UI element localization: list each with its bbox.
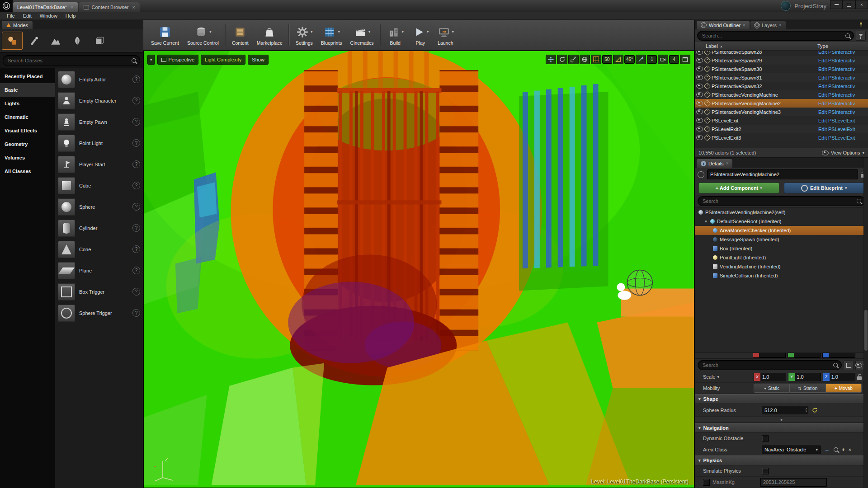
section-header-shape[interactable]: ▾ Shape (695, 394, 868, 404)
spinner-icon[interactable]: ▲▼ (805, 406, 807, 414)
details-splitter-area[interactable] (695, 280, 868, 353)
list-item-cone[interactable]: Cone ? (55, 239, 143, 260)
category-visual-effects[interactable]: Visual Effects (0, 124, 55, 137)
component-row-vendingmachine[interactable]: VendingMachine (Inherited) (695, 262, 868, 271)
cinematics-button[interactable]: ▾ Cinematics (346, 23, 378, 47)
scale-tool-button[interactable] (568, 55, 579, 64)
grid-snap-toggle-button[interactable] (591, 55, 601, 64)
table-row[interactable]: PSLevelExit Edit PSLevelExit (695, 116, 868, 125)
component-row-pointlight[interactable]: PointLight (Inherited) (695, 253, 868, 262)
list-item-sphere-trigger[interactable]: Sphere Trigger ? (55, 302, 143, 324)
blueprints-button[interactable]: ▾ Blueprints (317, 23, 346, 47)
expander-icon[interactable]: ▾ (704, 219, 708, 224)
list-item-plane[interactable]: Plane ? (55, 260, 143, 281)
reset-to-default-button[interactable] (812, 408, 817, 413)
level-viewport[interactable]: ▾ Perspective Light Complexity Show (143, 51, 694, 488)
rotation-snap-toggle-button[interactable] (613, 55, 623, 64)
category-lights[interactable]: Lights (0, 97, 55, 110)
actor-type-link[interactable]: Edit PSInteractiv (818, 66, 868, 72)
scale-z-field[interactable]: Z 1.0 (823, 373, 855, 381)
list-item-empty-character[interactable]: Empty Character ? (55, 90, 143, 111)
dynamic-obstacle-checkbox[interactable] (762, 435, 769, 442)
rotate-tool-button[interactable] (557, 55, 567, 64)
list-item-cube[interactable]: Cube ? (55, 175, 143, 196)
visibility-eye-icon[interactable] (696, 101, 703, 106)
edit-blueprint-button[interactable]: Edit Blueprint ▾ (784, 183, 865, 193)
menu-edit[interactable]: Edit (19, 13, 36, 19)
tab-details[interactable]: Details × (697, 159, 732, 168)
area-class-dropdown[interactable]: NavArea_Obstacle ▾ (762, 446, 821, 454)
use-selected-icon[interactable]: ← (824, 447, 830, 453)
close-icon[interactable]: × (132, 5, 135, 10)
simulate-physics-checkbox[interactable] (762, 468, 769, 474)
visibility-eye-icon[interactable] (696, 84, 703, 89)
sphere-radius-input[interactable]: 512.0 ▲▼ (762, 406, 808, 414)
visibility-eye-icon[interactable] (696, 66, 703, 71)
rotation-snap-value[interactable]: 45° (624, 55, 635, 64)
category-basic[interactable]: Basic (0, 83, 55, 97)
property-matrix-button[interactable] (844, 360, 854, 370)
category-all-classes[interactable]: All Classes (0, 164, 55, 178)
settings-button[interactable]: ▾ Settings (292, 23, 317, 47)
tab-layers[interactable]: Layers × (750, 21, 786, 29)
category-cinematic[interactable]: Cinematic (0, 110, 55, 124)
type-column-header[interactable]: Type (817, 43, 868, 49)
scale-snap-toggle-button[interactable] (636, 55, 646, 64)
table-row[interactable]: PSInteractiveSpawn30 Edit PSInteractiv (695, 65, 868, 73)
component-row-defaultsceneroot[interactable]: ▾ DefaultSceneRoot (Inherited) (695, 217, 868, 226)
actor-type-link[interactable]: Edit PSLevelExit (818, 118, 868, 123)
mass-input[interactable]: 20531.265625 (760, 478, 827, 487)
table-row-selected[interactable]: PSInteractiveVendingMachine2 Edit PSInte… (695, 99, 868, 108)
marketplace-button[interactable]: Marketplace (253, 23, 287, 47)
property-search-input[interactable] (702, 362, 833, 368)
launch-button[interactable]: ▾ Launch (433, 23, 458, 47)
actor-type-link[interactable]: Edit PSInteractiv (818, 92, 868, 98)
close-icon[interactable]: × (743, 23, 745, 28)
table-row[interactable]: PSInteractiveSpawn29 Edit PSInteractiv (695, 56, 868, 65)
component-row-messagespawn[interactable]: MessageSpawn (Inherited) (695, 235, 868, 244)
show-button[interactable]: Show (248, 55, 269, 65)
world-local-toggle-button[interactable] (580, 55, 590, 64)
section-header-physics[interactable]: ▾ Physics (695, 455, 868, 465)
scale-lock-icon[interactable] (857, 376, 862, 380)
menu-window[interactable]: Window (36, 13, 61, 19)
section-header-navigation[interactable]: ▾ Navigation (695, 423, 868, 433)
view-mode-button[interactable]: Light Complexity (201, 55, 245, 65)
advanced-expander[interactable]: ▾ (695, 417, 868, 423)
grid-snap-value[interactable]: 50 (602, 55, 612, 64)
visibility-eye-icon[interactable] (696, 92, 703, 97)
table-row[interactable]: PSInteractiveSpawn28 Edit PSInteractiv (695, 51, 868, 56)
build-button[interactable]: ▾ Build (383, 23, 408, 47)
scale-x-field[interactable]: X 1.0 (754, 373, 786, 381)
scale-label[interactable]: Scale ▾ (703, 374, 754, 380)
foliage-mode-button[interactable] (67, 32, 88, 50)
list-item-player-start[interactable]: Player Start ? (55, 154, 143, 175)
viewport-options-button[interactable]: ▾ (147, 55, 155, 65)
paint-mode-button[interactable] (24, 32, 44, 50)
component-row-simplecollision[interactable]: SimpleCollision (Inherited) (695, 271, 868, 280)
add-component-button[interactable]: + Add Component ▾ (698, 183, 779, 193)
menu-file[interactable]: File (3, 13, 19, 19)
play-button[interactable]: ▾ Play (408, 23, 433, 47)
list-item-point-light[interactable]: Point Light ? (55, 132, 143, 154)
table-row[interactable]: PSInteractiveVendingMachine Edit PSInter… (695, 90, 868, 99)
scale-y-field[interactable]: Y 1.0 (788, 373, 821, 381)
scrollbar-thumb[interactable] (864, 310, 868, 351)
viewport-canvas[interactable] (144, 51, 694, 488)
visibility-eye-icon[interactable] (696, 51, 703, 55)
category-geometry[interactable]: Geometry (0, 137, 55, 151)
mass-override-checkbox[interactable] (703, 479, 710, 486)
actor-type-link[interactable]: Edit PSInteractiv (818, 58, 868, 63)
tab-content-browser[interactable]: Content Browser × (79, 2, 140, 12)
close-button[interactable]: × (855, 0, 868, 9)
label-column-header[interactable]: Label ▲ (706, 43, 817, 49)
actor-type-link[interactable]: Edit PSInteractiv (818, 75, 868, 80)
component-search-input[interactable] (702, 198, 857, 204)
tab-modes[interactable]: Modes (2, 21, 33, 29)
view-options-button[interactable]: View Options ▾ (822, 150, 864, 155)
actor-type-link[interactable]: Edit PSLevelExit (818, 127, 868, 132)
camera-speed-button[interactable] (658, 55, 668, 64)
mobility-static-option[interactable]: ● Static (754, 384, 790, 393)
save-current-button[interactable]: Save Current (147, 23, 183, 47)
menu-help[interactable]: Help (61, 13, 80, 19)
